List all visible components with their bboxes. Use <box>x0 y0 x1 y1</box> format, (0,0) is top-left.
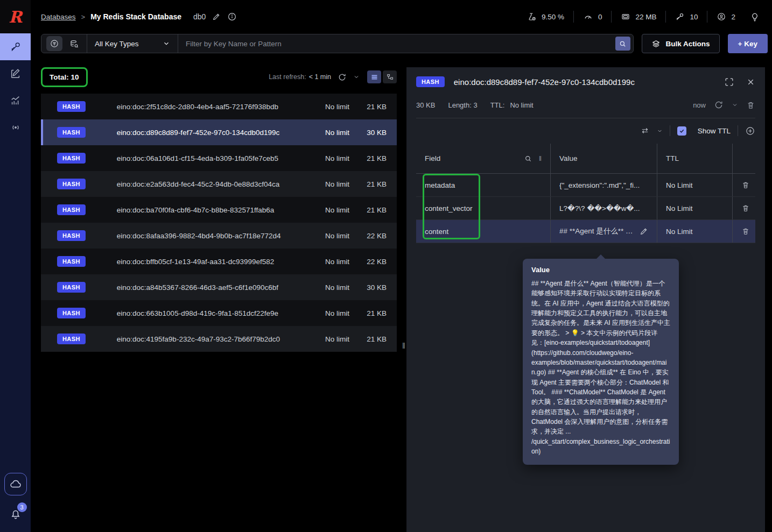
cloud-button[interactable] <box>4 473 27 495</box>
refresh-keys-icon[interactable] <box>338 73 347 82</box>
tooltip-caret <box>596 254 606 259</box>
key-list-row[interactable]: HASH eino:doc:663b1005-d98d-419c-9fa1-85… <box>41 300 397 326</box>
cpu-usage-value: 9.50 % <box>542 13 564 21</box>
redis-logo-icon: R <box>9 8 22 26</box>
key-type-badge: HASH <box>57 179 86 189</box>
notifications-badge: 3 <box>17 502 27 512</box>
key-type-badge: HASH <box>57 230 86 241</box>
filter-mode-button[interactable] <box>46 36 62 51</box>
edit-database-alias-icon[interactable] <box>212 12 221 21</box>
key-ttl: No limit <box>289 232 349 240</box>
field-search-icon[interactable] <box>524 154 532 163</box>
breadcrumb-separator: > <box>81 13 86 21</box>
expand-icon[interactable] <box>724 77 734 87</box>
field-ttl: No Limit <box>666 228 693 236</box>
sidebar-item-browser[interactable] <box>0 33 31 60</box>
key-list-row[interactable]: HASH eino:doc:2f51c8dc-2d80-4eb4-aaf5-72… <box>41 94 397 119</box>
key-list-row[interactable]: HASH eino:doc:4195fa9b-232c-49a7-93c2-7b… <box>41 326 397 352</box>
sidebar-item-pubsub[interactable] <box>0 114 31 141</box>
layers-icon <box>651 39 661 48</box>
key-list-header: Total: 10 Last refresh: < 1 min <box>41 64 397 90</box>
key-list-row[interactable]: HASH eino:doc:ba70f0fa-cbf6-4b7c-b8be-83… <box>41 197 397 223</box>
key-name: eino:doc:2f51c8dc-2d80-4eb4-aaf5-72176f9… <box>117 103 289 111</box>
key-list-row[interactable]: HASH eino:doc:e2a563dd-fec4-45c2-94db-0e… <box>41 171 397 197</box>
field-name: metadata <box>425 181 455 189</box>
browser-toolbar: All Key Types Bulk Actions + Key <box>31 33 772 58</box>
delete-field-icon[interactable] <box>741 204 750 212</box>
show-ttl-checkbox[interactable] <box>677 126 686 136</box>
delete-field-icon[interactable] <box>741 227 750 236</box>
detail-ttl-value[interactable]: No limit <box>510 101 533 109</box>
key-list-row[interactable]: HASH eino:doc:a84b5367-8266-46d3-aef5-c6… <box>41 274 397 300</box>
total-keys-value: 10 <box>690 13 698 21</box>
insights-lightbulb-icon[interactable] <box>749 11 760 22</box>
key-type-badge: HASH <box>57 308 86 318</box>
list-view-button[interactable] <box>367 70 381 83</box>
key-ttl: No limit <box>289 180 349 188</box>
panel-resizer[interactable]: ‖ <box>402 58 406 532</box>
detail-refresh-chevron-icon[interactable] <box>732 102 738 108</box>
notifications-bell[interactable]: 3 <box>9 507 22 520</box>
format-selector-icon[interactable] <box>640 126 650 136</box>
key-size: 21 KB <box>349 180 397 188</box>
sidebar-item-workbench[interactable] <box>0 60 31 87</box>
key-name: eino:doc:d89c8d89-fef7-452e-97c0-134cdb0… <box>117 129 289 137</box>
tree-view-button[interactable] <box>383 70 397 83</box>
key-type-badge: HASH <box>57 204 86 215</box>
breadcrumb-databases-link[interactable]: Databases <box>41 13 76 21</box>
delete-field-icon[interactable] <box>741 181 750 189</box>
database-stats: 9.50 % 0 22 MB 10 2 <box>527 11 735 23</box>
scan-mode-button[interactable] <box>66 36 82 51</box>
database-info-icon[interactable] <box>227 12 237 22</box>
key-ttl: No limit <box>289 154 349 162</box>
field-ttl: No Limit <box>666 204 693 212</box>
tree-view-icon <box>386 73 394 81</box>
detail-key-size: 30 KB <box>416 101 435 109</box>
key-list-panel: Total: 10 Last refresh: < 1 min <box>31 58 402 532</box>
redis-logo[interactable]: R <box>0 0 31 33</box>
add-key-button[interactable]: + Key <box>728 34 768 53</box>
memory-value: 22 MB <box>635 13 656 21</box>
key-list-row[interactable]: HASH eino:doc:d89c8d89-fef7-452e-97c0-13… <box>41 119 397 145</box>
key-type-badge: HASH <box>57 256 86 267</box>
key-list-row[interactable]: HASH eino:doc:bffb05cf-1e13-49af-aa31-dc… <box>41 249 397 274</box>
last-refresh-value: < 1 min <box>309 73 331 81</box>
key-icon <box>10 41 22 53</box>
refresh-options-chevron-icon[interactable] <box>353 74 360 80</box>
key-filter-assembly: All Key Types <box>41 34 634 53</box>
key-size: 21 KB <box>349 154 397 162</box>
key-name: eino:doc:ba70f0fa-cbf6-4b7c-b8be-832571f… <box>117 206 289 214</box>
key-search-input[interactable] <box>178 40 615 48</box>
key-type-badge: HASH <box>57 282 86 293</box>
field-value: {"_extension":".md","_fi... <box>559 181 640 189</box>
key-type-filter-select[interactable]: All Key Types <box>87 40 178 48</box>
format-chevron-icon[interactable] <box>657 128 663 134</box>
value-tooltip: Value ## **Agent 是什么** Agent（智能代理）是一个能够感… <box>523 259 679 465</box>
key-size: 22 KB <box>349 258 397 266</box>
memory-stat: 22 MB <box>621 12 656 22</box>
key-list-row[interactable]: HASH eino:doc:8afaa396-9882-4bd4-9b0b-ac… <box>41 223 397 249</box>
column-resize-handle[interactable]: ‖ <box>539 155 542 162</box>
commands-stat: 0 <box>583 12 602 22</box>
close-icon[interactable] <box>746 77 755 87</box>
field-row[interactable]: metadata {"_extension":".md","_fi... No … <box>416 174 755 197</box>
field-row[interactable]: content ## **Agent 是什么** A... No Limit <box>416 220 755 243</box>
fields-table-body: metadata {"_extension":".md","_fi... No … <box>416 174 755 243</box>
key-list-row[interactable]: HASH eino:doc:06a106d1-cf15-4eda-b309-1f… <box>41 145 397 171</box>
bulk-actions-button[interactable]: Bulk Actions <box>642 34 720 53</box>
sidebar-item-analytics[interactable] <box>0 87 31 114</box>
delete-key-icon[interactable] <box>746 101 755 110</box>
key-ttl: No limit <box>289 103 349 111</box>
field-column-header: Field <box>425 154 440 162</box>
apply-search-button[interactable] <box>615 37 630 51</box>
edit-value-icon[interactable] <box>635 227 648 236</box>
memory-icon <box>621 12 630 22</box>
field-row[interactable]: content_vector L?�?\? ��>��w�... No Limi… <box>416 197 755 220</box>
key-size: 30 KB <box>349 129 397 137</box>
hash-fields-table: Field ‖ Value TTL metadata {"_extension"… <box>416 144 755 243</box>
key-details-panel: HASH eino:doc:d89c8d89-fef7-452e-97c0-13… <box>406 67 765 532</box>
add-field-icon[interactable] <box>745 126 755 136</box>
key-name: eino:doc:a84b5367-8266-46d3-aef5-c6f1e09… <box>117 283 289 292</box>
detail-refresh-icon[interactable] <box>714 100 724 110</box>
resize-handle-icon: ‖ <box>402 342 406 350</box>
